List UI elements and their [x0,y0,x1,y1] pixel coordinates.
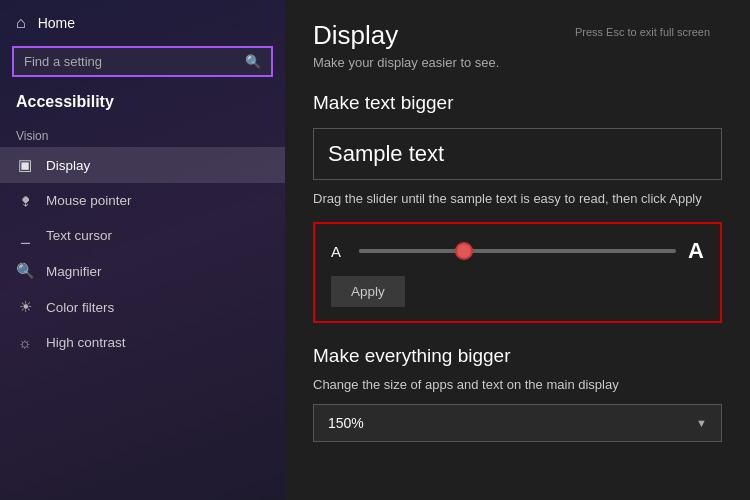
color-filters-icon: ☀ [16,298,34,316]
display-size-dropdown[interactable]: 150% ▼ [313,404,722,442]
search-box[interactable]: 🔍 [12,46,273,77]
section-make-everything-bigger-title: Make everything bigger [313,345,722,367]
sidebar-item-text-cursor[interactable]: ⎯ Text cursor [0,218,285,253]
section2-description: Change the size of apps and text on the … [313,377,722,392]
page-subtitle: Make your display easier to see. [313,55,722,70]
high-contrast-icon: ☼ [16,334,34,351]
slider-description: Drag the slider until the sample text is… [313,190,722,208]
sample-text-box: Sample text [313,128,722,180]
mouse-pointer-icon: ⧭ [16,192,34,209]
magnifier-icon: 🔍 [16,262,34,280]
slider-label-large: A [688,238,704,264]
section-make-text-bigger-title: Make text bigger [313,92,722,114]
search-input[interactable] [24,54,237,69]
sample-text: Sample text [328,141,444,166]
sidebar-item-color-filters[interactable]: ☀ Color filters [0,289,285,325]
main-content: Press Esc to exit full screen Display Ma… [285,0,750,500]
sidebar-item-mouse-pointer[interactable]: ⧭ Mouse pointer [0,183,285,218]
sidebar-item-magnifier[interactable]: 🔍 Magnifier [0,253,285,289]
sidebar-home-label: Home [38,15,75,31]
home-icon: ⌂ [16,14,26,32]
slider-label-small: A [331,243,347,260]
slider-thumb[interactable] [455,242,473,260]
sidebar-item-display[interactable]: ▣ Display [0,147,285,183]
slider-row: A A [331,238,704,264]
sidebar-section-title: Accessibility [0,87,285,121]
sidebar-group-vision: Vision [0,121,285,147]
sidebar-color-filters-label: Color filters [46,300,114,315]
sidebar-mouse-label: Mouse pointer [46,193,132,208]
text-cursor-icon: ⎯ [16,227,34,244]
esc-hint: Press Esc to exit full screen [575,26,710,38]
sidebar-item-high-contrast[interactable]: ☼ High contrast [0,325,285,360]
dropdown-value: 150% [328,415,364,431]
chevron-down-icon: ▼ [696,417,707,429]
sidebar-home-item[interactable]: ⌂ Home [0,0,285,42]
sidebar-magnifier-label: Magnifier [46,264,102,279]
slider-fill [359,249,470,253]
search-icon: 🔍 [245,54,261,69]
sidebar-display-label: Display [46,158,90,173]
slider-container: A A Apply [313,222,722,323]
apply-button[interactable]: Apply [331,276,405,307]
sidebar: ⌂ Home 🔍 Accessibility Vision ▣ Display … [0,0,285,500]
sidebar-high-contrast-label: High contrast [46,335,126,350]
sidebar-text-cursor-label: Text cursor [46,228,112,243]
slider-track[interactable] [359,249,676,253]
main-wrapper: Press Esc to exit full screen Display Ma… [313,20,722,442]
display-icon: ▣ [16,156,34,174]
